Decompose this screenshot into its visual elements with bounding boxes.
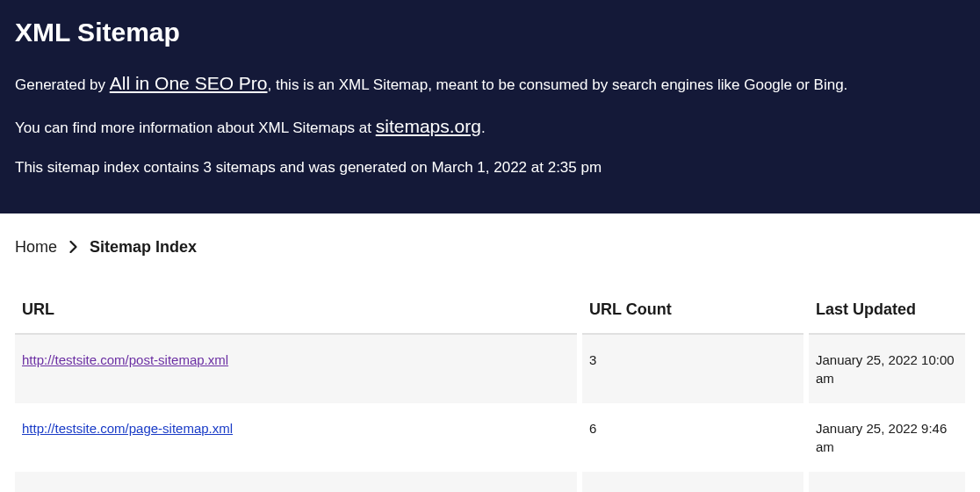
page-title: XML Sitemap bbox=[15, 18, 965, 47]
moreinfo-line: You can find more information about XML … bbox=[15, 113, 965, 139]
cell-url: http://testsite.com/category-sitemap.xml bbox=[15, 472, 577, 492]
sitemaps-org-link[interactable]: sitemaps.org bbox=[376, 116, 481, 136]
cell-count: 1 bbox=[582, 472, 803, 492]
summary-line: This sitemap index contains 3 sitemaps a… bbox=[15, 157, 965, 178]
table-row: http://testsite.com/category-sitemap.xml… bbox=[15, 472, 965, 492]
sitemap-link[interactable]: http://testsite.com/category-sitemap.xml bbox=[22, 489, 254, 492]
generated-by-line: Generated by All in One SEO Pro, this is… bbox=[15, 70, 965, 96]
table-header-row: URL URL Count Last Updated bbox=[15, 292, 965, 335]
cell-updated: January 25, 2022 10:00 am bbox=[809, 472, 965, 492]
header-section: XML Sitemap Generated by All in One SEO … bbox=[0, 0, 980, 213]
content-section: Home Sitemap Index URL URL Count Last Up… bbox=[0, 213, 980, 492]
cell-url: http://testsite.com/post-sitemap.xml bbox=[15, 335, 577, 403]
column-header-url: URL bbox=[15, 292, 577, 335]
sitemap-link[interactable]: http://testsite.com/page-sitemap.xml bbox=[22, 421, 233, 436]
sitemap-link[interactable]: http://testsite.com/post-sitemap.xml bbox=[22, 352, 228, 367]
generated-suffix: , this is an XML Sitemap, meant to be co… bbox=[268, 76, 848, 93]
chevron-right-icon bbox=[69, 241, 77, 253]
cell-updated: January 25, 2022 10:00 am bbox=[809, 335, 965, 403]
table-row: http://testsite.com/page-sitemap.xml 6 J… bbox=[15, 403, 965, 472]
cell-count: 3 bbox=[582, 335, 803, 403]
column-header-count: URL Count bbox=[582, 292, 803, 335]
moreinfo-prefix: You can find more information about XML … bbox=[15, 119, 376, 136]
breadcrumb-home[interactable]: Home bbox=[15, 238, 57, 257]
cell-updated: January 25, 2022 9:46 am bbox=[809, 403, 965, 472]
cell-url: http://testsite.com/page-sitemap.xml bbox=[15, 403, 577, 472]
breadcrumb: Home Sitemap Index bbox=[15, 238, 965, 257]
cell-count: 6 bbox=[582, 403, 803, 472]
sitemap-table: URL URL Count Last Updated http://testsi… bbox=[15, 292, 965, 492]
breadcrumb-current: Sitemap Index bbox=[90, 238, 197, 257]
generator-link[interactable]: All in One SEO Pro bbox=[110, 73, 268, 93]
column-header-updated: Last Updated bbox=[809, 292, 965, 335]
moreinfo-suffix: . bbox=[481, 119, 486, 136]
table-row: http://testsite.com/post-sitemap.xml 3 J… bbox=[15, 335, 965, 403]
generated-prefix: Generated by bbox=[15, 76, 110, 93]
